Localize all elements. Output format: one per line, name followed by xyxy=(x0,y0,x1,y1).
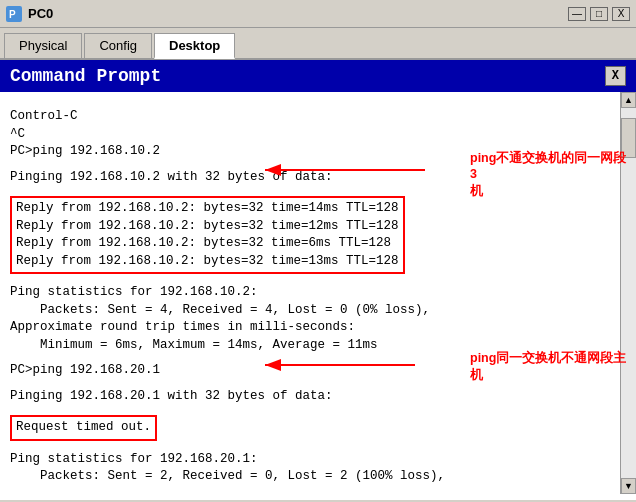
scroll-thumb[interactable] xyxy=(621,118,636,158)
reply-line-3: Reply from 192.168.10.2: bytes=32 time=6… xyxy=(16,235,399,253)
scroll-track[interactable] xyxy=(621,108,636,478)
line-pinging1: Pinging 192.168.10.2 with 32 bytes of da… xyxy=(10,169,610,187)
maximize-button[interactable]: □ xyxy=(590,7,608,21)
main-content: Command Prompt X Control-C ^C PC>ping 19… xyxy=(0,60,636,500)
cmd-title: Command Prompt xyxy=(10,66,161,86)
scrollbar[interactable]: ▲ ▼ xyxy=(620,92,636,494)
cmd-close-button[interactable]: X xyxy=(605,66,626,86)
timeout-box: Request timed out. xyxy=(10,415,157,441)
line-minmax: Minimum = 6ms, Maximum = 14ms, Average =… xyxy=(10,337,610,355)
tab-config[interactable]: Config xyxy=(84,33,152,59)
window-title: PC0 xyxy=(28,6,568,21)
reply-line-1: Reply from 192.168.10.2: bytes=32 time=1… xyxy=(16,200,399,218)
cmd-prompt-header: Command Prompt X xyxy=(0,60,636,92)
line-packets2: Packets: Sent = 2, Received = 0, Lost = … xyxy=(10,468,610,486)
tab-desktop[interactable]: Desktop xyxy=(154,33,235,59)
line-pinging2: Pinging 192.168.20.1 with 32 bytes of da… xyxy=(10,388,610,406)
line-approx: Approximate round trip times in milli-se… xyxy=(10,319,610,337)
line-control-c: Control-C xyxy=(10,108,610,126)
terminal-body[interactable]: Control-C ^C PC>ping 192.168.10.2 Pingin… xyxy=(0,92,620,494)
close-button[interactable]: X xyxy=(612,7,630,21)
line-timeout: Request timed out. xyxy=(16,419,151,437)
tab-physical[interactable]: Physical xyxy=(4,33,82,59)
title-bar: P PC0 — □ X xyxy=(0,0,636,28)
reply-line-4: Reply from 192.168.10.2: bytes=32 time=1… xyxy=(16,253,399,271)
line-ping2: PC>ping 192.168.20.1 xyxy=(10,362,610,380)
window-controls: — □ X xyxy=(568,7,630,21)
scroll-up-button[interactable]: ▲ xyxy=(621,92,636,108)
line-packets1: Packets: Sent = 4, Received = 4, Lost = … xyxy=(10,302,610,320)
reply-box: Reply from 192.168.10.2: bytes=32 time=1… xyxy=(10,196,405,274)
tab-bar: Physical Config Desktop xyxy=(0,28,636,60)
minimize-button[interactable]: — xyxy=(568,7,586,21)
line-ping1: PC>ping 192.168.10.2 xyxy=(10,143,610,161)
app-icon: P xyxy=(6,6,22,22)
scroll-down-button[interactable]: ▼ xyxy=(621,478,636,494)
line-stats1: Ping statistics for 192.168.10.2: xyxy=(10,284,610,302)
svg-text:P: P xyxy=(9,9,16,20)
line-caret-c: ^C xyxy=(10,126,610,144)
terminal-wrapper: Control-C ^C PC>ping 192.168.10.2 Pingin… xyxy=(0,92,636,494)
reply-line-2: Reply from 192.168.10.2: bytes=32 time=1… xyxy=(16,218,399,236)
line-stats2: Ping statistics for 192.168.20.1: xyxy=(10,451,610,469)
